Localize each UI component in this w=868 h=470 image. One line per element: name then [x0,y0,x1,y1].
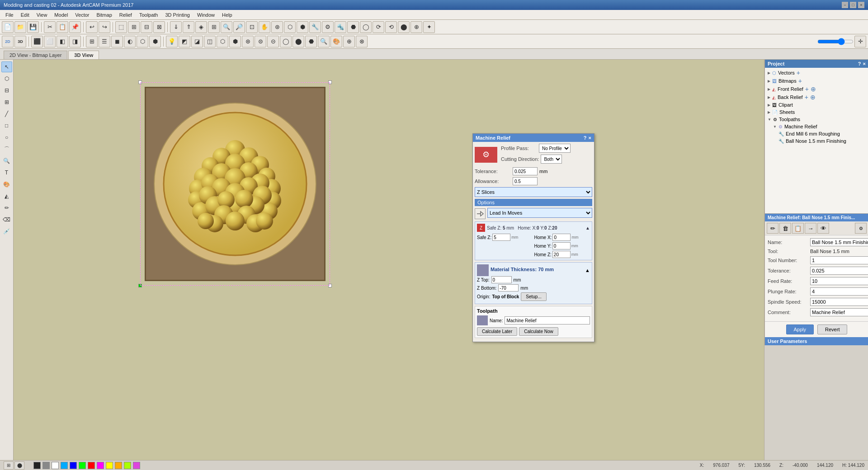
param-feed-input[interactable] [810,277,868,285]
safe-z-input[interactable] [492,234,510,241]
tree-front-relief[interactable]: ▶ ◭ Front Relief + ⊕ [766,85,868,93]
relief-tool[interactable]: ◭ [1,191,12,202]
cutting-dir-select[interactable]: Both [541,155,562,164]
home-z-input[interactable] [552,251,571,258]
tool2-btn[interactable]: ⬢ [297,21,308,33]
calculate-now-btn[interactable]: Calculate Now [519,327,558,336]
zslices-select[interactable]: Z Slices [475,187,592,197]
shaded2-btn[interactable]: ◐ [124,36,136,47]
paint-tool[interactable]: 🎨 [1,179,12,190]
tree-ball-nose[interactable]: 🔧 Ball Nose 1.5 mm Finishing [766,137,868,145]
tool-t2-9[interactable]: ◯ [280,36,292,47]
tool-t2-11[interactable]: ⬣ [305,36,317,47]
zoom-tool[interactable]: 🔍 [1,155,12,166]
window-controls[interactable]: − □ × [842,2,864,8]
tree-vectors[interactable]: ▶ ⬡ Vectors + [766,69,868,77]
tool-t2-5[interactable]: ⬢ [229,36,241,47]
tree-bitmaps[interactable]: ▶ 🖼 Bitmaps + [766,77,868,85]
view-front-btn[interactable]: ⬛ [31,36,43,47]
tool4-btn[interactable]: ⚙ [322,21,334,33]
lead-in-select[interactable]: Lead In Moves [487,208,592,218]
param-plunge-input[interactable] [810,287,868,296]
arc-tool[interactable]: ⌒ [1,144,12,155]
tool8-btn[interactable]: ⟳ [373,21,384,33]
color-lavender[interactable] [133,462,140,469]
color-white[interactable] [52,462,59,469]
text-tool[interactable]: T [1,167,12,178]
tool7-btn[interactable]: ◯ [360,21,372,33]
project-help-btn[interactable]: ? [858,61,861,66]
menu-help[interactable]: Help [218,11,236,19]
profile-pass-select[interactable]: No Profile [539,144,571,153]
zoom-in-btn[interactable]: 🔍 [221,21,232,33]
z-bottom-input[interactable] [498,284,519,291]
scale-btn[interactable]: ⊠ [153,21,165,33]
back-relief-more-btn[interactable]: ⊕ [810,94,816,100]
tool-t2-12[interactable]: 🔍 [318,36,330,47]
contour-tool[interactable]: ⊟ [1,85,12,96]
project-close-btn[interactable]: × [863,61,866,66]
mr-close-btn[interactable]: × [589,135,591,141]
render-btn[interactable]: ⬢ [149,36,161,47]
tolerance-input[interactable] [513,167,538,175]
new-btn[interactable]: 📄 [2,21,14,33]
param-tool-num-input[interactable] [810,256,868,264]
tool-t2-15[interactable]: ⊗ [356,36,368,47]
tool9-btn[interactable]: ⟲ [385,21,397,33]
view-icon-2[interactable]: ⬤ [14,461,24,470]
erase-tool[interactable]: ⌫ [1,214,12,225]
tree-clipart[interactable]: ▶ 🖼 Clipart [766,101,868,108]
add-vectors-btn[interactable]: + [797,70,800,76]
color-gray[interactable] [42,462,50,469]
crosshair-btn[interactable]: ✛ [854,36,866,47]
paste-btn[interactable]: 📌 [69,21,81,33]
redo-btn[interactable]: ↪ [99,21,110,33]
home-x-input[interactable] [552,234,571,241]
setup-btn[interactable]: Setup... [521,292,546,301]
menu-view[interactable]: View [33,11,51,19]
color-cyan[interactable] [61,462,68,469]
mat-collapse-btn[interactable]: ▲ [585,268,590,273]
tree-toolpaths[interactable]: ▼ ⚙ Toolpaths [766,116,868,123]
tree-machine-relief[interactable]: ▼ ⚙ Machine Relief [766,123,868,130]
rectangle-tool[interactable]: □ [1,120,12,131]
move-btn[interactable]: ⊞ [128,21,140,33]
params-view-btn[interactable]: 👁 [817,223,829,234]
circle-tool[interactable]: ○ [1,132,12,143]
zoom-region-btn[interactable]: ⊞ [86,36,98,47]
tool11-btn[interactable]: ⊕ [410,21,422,33]
tool-t2-1[interactable]: ◩ [179,36,190,47]
open-btn[interactable]: 📁 [14,21,26,33]
add-bitmaps-btn[interactable]: + [798,78,802,84]
shaded-btn[interactable]: ◼ [111,36,123,47]
color-blue[interactable] [70,462,77,469]
color-red[interactable] [88,462,95,469]
view-left-btn[interactable]: ◧ [57,36,68,47]
material-btn[interactable]: ⬡ [137,36,148,47]
menu-toolpath[interactable]: Toolpath [136,11,162,19]
copy-btn[interactable]: 📋 [57,21,68,33]
color-lime[interactable] [124,462,131,469]
tool-t2-6[interactable]: ⊛ [242,36,254,47]
params-export-btn[interactable]: → [805,223,816,234]
save-btn[interactable]: 💾 [27,21,39,33]
light-btn[interactable]: 💡 [166,36,178,47]
tool-t2-2[interactable]: ◪ [191,36,203,47]
front-relief-more-btn[interactable]: ⊕ [811,86,816,92]
allowance-input[interactable] [513,177,538,185]
menu-vector[interactable]: Vector [71,11,93,19]
edit-tool[interactable]: ✏ [1,202,12,213]
z-top-input[interactable] [491,276,512,283]
tree-sheets[interactable]: ▶ 📄 Sheets [766,108,868,116]
param-tolerance-input[interactable] [810,267,868,275]
add-back-relief-btn[interactable]: + [805,94,808,100]
tool-t2-8[interactable]: ⊝ [267,36,279,47]
tool-t2-3[interactable]: ◫ [204,36,216,47]
param-spindle-input[interactable] [810,298,868,306]
tool-t2-14[interactable]: ⊕ [343,36,355,47]
tool5-btn[interactable]: 🔩 [335,21,346,33]
menu-file[interactable]: File [2,11,17,19]
tool3-btn[interactable]: 🔧 [309,21,321,33]
menu-3d-printing[interactable]: 3D Printing [161,11,193,19]
tree-end-mill[interactable]: 🔧 End Mill 6 mm Roughing [766,130,868,137]
